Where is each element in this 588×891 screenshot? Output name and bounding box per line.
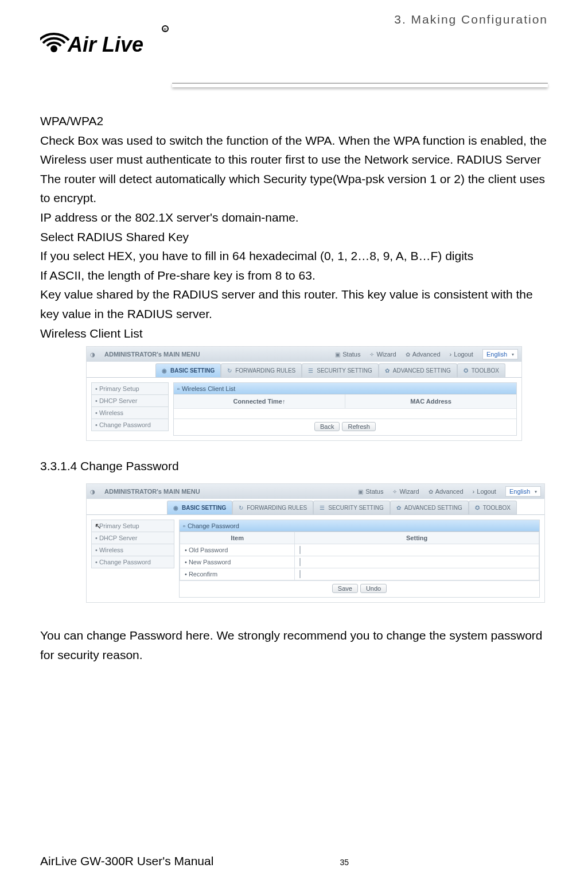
reconfirm-password-input[interactable] xyxy=(299,570,301,578)
advanced-setting-icon: ✿ xyxy=(396,505,401,511)
tab-row: ◉BASIC SETTING ↻FORWARDING RULES ☰SECURI… xyxy=(87,499,544,515)
col-connected-time[interactable]: Connected Time↑ xyxy=(174,394,345,408)
col-mac-address[interactable]: MAC Address xyxy=(345,394,516,408)
new-password-input[interactable] xyxy=(299,558,301,566)
language-select[interactable]: English▾ xyxy=(505,486,541,497)
sidebar: • Primary Setup • DHCP Server • Wireless… xyxy=(91,520,174,598)
content-pane: ▫Change Password Item Setting • Old Pass… xyxy=(179,520,540,598)
wpa-p8: Wireless Client List xyxy=(40,324,548,343)
brand-logo: Air Live R xyxy=(40,17,172,62)
wizard-icon: ✧ xyxy=(369,351,374,358)
nav-advanced[interactable]: ✿Advanced xyxy=(429,488,464,495)
tab-forwarding-rules[interactable]: ↻FORWARDING RULES xyxy=(232,501,313,514)
old-password-input[interactable] xyxy=(299,546,301,554)
tab-advanced-setting[interactable]: ✿ADVANCED SETTING xyxy=(390,501,469,514)
forwarding-icon: ↻ xyxy=(227,367,232,374)
basic-icon: ◉ xyxy=(162,367,167,374)
nav-status[interactable]: ▣Status xyxy=(358,488,383,495)
wpa-title: WPA/WPA2 xyxy=(40,111,548,131)
advanced-icon: ✿ xyxy=(406,351,410,358)
forwarding-icon: ↻ xyxy=(239,505,243,511)
admin-main-menu: ◑ ADMINISTRATOR's MAIN MENU ▣Status ✧Wiz… xyxy=(87,347,521,362)
security-icon: ☰ xyxy=(308,367,313,374)
chevron-down-icon: ▾ xyxy=(512,352,514,357)
sidebar-item-wireless[interactable]: • Wireless xyxy=(91,406,169,419)
wpa-p1: Check Box was used to switch the functio… xyxy=(40,131,548,169)
header-rule xyxy=(172,83,548,87)
row-old-password: • Old Password xyxy=(180,544,539,556)
screenshot-wireless-client-list: ◑ ADMINISTRATOR's MAIN MENU ▣Status ✧Wiz… xyxy=(86,346,522,441)
tab-basic-setting[interactable]: ◉BASIC SETTING xyxy=(167,501,232,514)
svg-text:R: R xyxy=(163,28,166,32)
wpa-p7: Key value shared by the RADIUS server an… xyxy=(40,285,548,323)
row-new-password: • New Password xyxy=(180,556,539,568)
menu-icon: ◑ xyxy=(90,351,95,358)
back-button[interactable]: Back xyxy=(314,422,340,431)
content-pane: ▫Wireless Client List Connected Time↑ MA… xyxy=(173,382,517,436)
sidebar-item-primary-setup[interactable]: • Primary Setup xyxy=(91,382,169,395)
tab-security-setting[interactable]: ☰SECURITY SETTING xyxy=(313,501,390,514)
tab-advanced-setting[interactable]: ✿ADVANCED SETTING xyxy=(379,363,457,377)
save-button[interactable]: Save xyxy=(332,584,358,593)
manual-title: AirLive GW-300R User's Manual xyxy=(40,854,213,868)
tab-forwarding-rules[interactable]: ↻FORWARDING RULES xyxy=(221,363,302,377)
advanced-icon: ✿ xyxy=(429,489,433,495)
chevron-down-icon: ▾ xyxy=(535,489,537,494)
section-change-password: 3.3.1.4 Change Password xyxy=(40,459,548,473)
panel-title-bar: ▫Change Password xyxy=(180,520,539,532)
tab-basic-setting[interactable]: ◉BASIC SETTING xyxy=(155,363,221,377)
language-select[interactable]: English▾ xyxy=(482,349,518,359)
closing-text: You can change Password here. We strongl… xyxy=(40,626,548,664)
th-item: Item xyxy=(180,532,295,544)
sidebar: • Primary Setup • DHCP Server • Wireless… xyxy=(91,382,169,436)
row-reconfirm: • Reconfirm xyxy=(180,568,539,580)
wizard-icon: ✧ xyxy=(392,489,397,495)
tab-toolbox[interactable]: ✪TOOLBOX xyxy=(469,501,517,514)
sidebar-item-dhcp-server[interactable]: • DHCP Server xyxy=(91,394,169,407)
change-password-table: Item Setting • Old Password • New Passwo… xyxy=(180,532,539,580)
admin-main-menu: ◑ ADMINISTRATOR's MAIN MENU ▣Status ✧Wiz… xyxy=(87,484,544,499)
client-list-empty-row xyxy=(174,408,516,419)
sidebar-item-dhcp-server[interactable]: • DHCP Server xyxy=(91,532,174,544)
sidebar-item-change-password[interactable]: • Change Password xyxy=(91,556,174,568)
svg-text:Air Live: Air Live xyxy=(67,33,143,56)
sidebar-item-change-password[interactable]: • Change Password xyxy=(91,419,169,431)
nav-logout[interactable]: ›Logout xyxy=(473,488,496,495)
th-setting: Setting xyxy=(295,532,539,544)
security-icon: ☰ xyxy=(320,505,325,511)
toolbox-icon: ✪ xyxy=(475,505,480,511)
main-menu-title: ADMINISTRATOR's MAIN MENU xyxy=(104,351,200,358)
page-footer: AirLive GW-300R User's Manual 35 xyxy=(40,854,548,868)
nav-wizard[interactable]: ✧Wizard xyxy=(392,488,419,495)
tab-toolbox[interactable]: ✪TOOLBOX xyxy=(457,363,505,377)
cursor-icon: ↖ xyxy=(95,521,102,530)
menu-icon: ◑ xyxy=(90,489,95,495)
toolbox-icon: ✪ xyxy=(464,367,468,374)
undo-button[interactable]: Undo xyxy=(360,584,387,593)
tab-row: ◉BASIC SETTING ↻FORWARDING RULES ☰SECURI… xyxy=(87,362,521,378)
nav-status[interactable]: ▣Status xyxy=(335,351,360,358)
advanced-setting-icon: ✿ xyxy=(385,367,390,374)
nav-advanced[interactable]: ✿Advanced xyxy=(406,351,441,358)
wpa-p4: Select RADIUS Shared Key xyxy=(40,227,548,247)
svg-point-0 xyxy=(50,45,57,52)
nav-wizard[interactable]: ✧Wizard xyxy=(369,351,396,358)
basic-icon: ◉ xyxy=(173,505,178,511)
page-number: 35 xyxy=(340,858,349,867)
screenshot-change-password: ◑ ADMINISTRATOR's MAIN MENU ▣Status ✧Wiz… xyxy=(86,483,545,603)
wpa-p3: IP address or the 802.1X server's domain… xyxy=(40,208,548,227)
chapter-heading: 3. Making Configuration xyxy=(394,13,548,26)
status-icon: ▣ xyxy=(335,351,340,358)
nav-logout[interactable]: ›Logout xyxy=(450,351,473,358)
client-list-header: Connected Time↑ MAC Address xyxy=(174,394,516,408)
refresh-button[interactable]: Refresh xyxy=(342,422,376,431)
sidebar-item-primary-setup[interactable]: • Primary Setup xyxy=(91,520,174,532)
status-icon: ▣ xyxy=(358,489,363,495)
panel-title-bar: ▫Wireless Client List xyxy=(174,383,516,394)
wpa-p5: If you select HEX, you have to fill in 6… xyxy=(40,246,548,266)
main-menu-title: ADMINISTRATOR's MAIN MENU xyxy=(104,488,200,495)
tab-security-setting[interactable]: ☰SECURITY SETTING xyxy=(302,363,379,377)
wpa-p6: If ASCII, the length of Pre-share key is… xyxy=(40,266,548,285)
wpa-p2: The router will detect automatically whi… xyxy=(40,169,548,208)
sidebar-item-wireless[interactable]: • Wireless xyxy=(91,544,174,556)
